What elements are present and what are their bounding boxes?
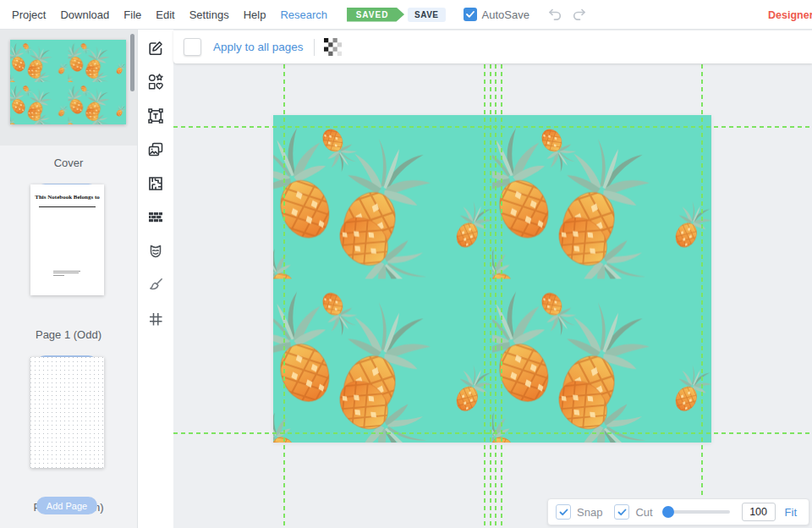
page2-thumbnail[interactable] [30, 357, 104, 468]
fit-link[interactable]: Fit [785, 506, 797, 519]
snap-label: Snap [577, 506, 602, 519]
check-icon [559, 509, 568, 516]
menu-download[interactable]: Download [60, 8, 109, 21]
redo-icon[interactable] [572, 8, 587, 21]
snap-checkbox[interactable] [556, 504, 571, 520]
menu-research[interactable]: Research [280, 8, 327, 21]
check-icon [466, 11, 475, 18]
apply-to-all-pages-link[interactable]: Apply to all pages [213, 41, 304, 53]
text-icon [146, 107, 165, 125]
undo-icon[interactable] [548, 8, 563, 21]
zoom-value-input[interactable] [742, 503, 776, 521]
text-tool-button[interactable] [138, 99, 173, 133]
edit-tool-button[interactable] [138, 31, 173, 65]
menu-help[interactable]: Help [244, 8, 266, 21]
zoom-slider[interactable] [662, 510, 730, 514]
sidebar-scrollbar[interactable] [130, 34, 134, 91]
page1-rule [39, 206, 96, 207]
cut-label: Cut [635, 506, 652, 519]
images-tool-button[interactable] [138, 133, 173, 167]
toolbar-divider [314, 39, 315, 56]
mask-icon [146, 242, 165, 261]
menubar: Project Download File Edit Settings Help… [0, 0, 812, 30]
cover-thumbnail-art [10, 40, 126, 124]
menu-project[interactable]: Project [12, 8, 46, 21]
page1-thumbnail[interactable]: This Notebook Belongs to [30, 184, 104, 295]
bricks-icon [146, 208, 165, 227]
edit-icon [146, 39, 165, 58]
transparency-checker-icon[interactable] [324, 38, 342, 56]
menu-settings[interactable]: Settings [189, 8, 229, 21]
designer-app: Project Download File Edit Settings Help… [0, 0, 812, 528]
shapes-icon [146, 73, 165, 91]
cut-checkbox[interactable] [614, 504, 629, 520]
history-controls [548, 8, 587, 21]
design-canvas[interactable] [273, 115, 711, 443]
cover-spread-art [273, 115, 711, 443]
maze-icon [146, 174, 165, 193]
checkerboard-icon [324, 38, 342, 56]
tools-sidebar [138, 30, 173, 528]
canvas-toolbar: Apply to all pages [173, 30, 812, 63]
mask-tool-button[interactable] [138, 234, 173, 268]
pages-sidebar: Cover Add Page This Notebook Belongs to … [0, 30, 138, 528]
zoom-panel: Snap Cut Fit [547, 498, 809, 525]
autosave-label: AutoSave [482, 8, 529, 21]
zoom-slider-thumb[interactable] [662, 506, 674, 518]
maze-tool-button[interactable] [138, 167, 173, 201]
page1-fineprint [53, 271, 80, 278]
autosave-checkbox[interactable] [464, 8, 477, 21]
grid-icon [146, 310, 165, 328]
fill-color-swatch[interactable] [184, 38, 201, 56]
add-page-button-3[interactable]: Add Page [36, 497, 97, 514]
page1-title-text: This Notebook Belongs to [30, 194, 104, 201]
brush-icon [146, 276, 165, 294]
menu-file[interactable]: File [123, 8, 141, 21]
images-icon [146, 140, 165, 159]
autosave-control: AutoSave [464, 8, 529, 21]
page1-label: Page 1 (Odd) [0, 328, 137, 341]
saved-status-badge: SAVED [347, 8, 404, 22]
main-menu: Project Download File Edit Settings Help… [0, 8, 327, 21]
check-icon [617, 509, 627, 516]
cover-label: Cover [0, 157, 137, 169]
cover-thumbnail[interactable] [10, 40, 126, 124]
shapes-tool-button[interactable] [138, 65, 173, 99]
guides-tool-button[interactable] [138, 302, 173, 336]
bricks-tool-button[interactable] [138, 201, 173, 234]
brush-tool-button[interactable] [138, 268, 173, 302]
workspace: Apply to all pages Snap [173, 30, 812, 528]
menu-edit[interactable]: Edit [156, 8, 174, 21]
app-version-label: Designer v1 [768, 0, 812, 30]
save-button[interactable]: SAVE [408, 8, 446, 22]
